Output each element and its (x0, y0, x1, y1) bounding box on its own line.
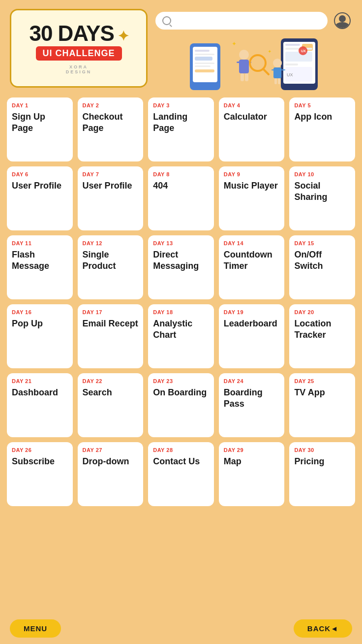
search-bar[interactable] (155, 12, 328, 30)
svg-rect-34 (278, 78, 280, 84)
day-title: On/Off Switch (294, 249, 351, 271)
day-card-day-19[interactable]: DAY 19Leaderboard (219, 304, 285, 368)
day-label: DAY 25 (294, 378, 314, 384)
day-title: Contact Us (153, 456, 200, 467)
svg-rect-30 (273, 67, 281, 78)
grid-row-1: DAY 1Sign Up PageDAY 2Checkout PageDAY 3… (7, 97, 355, 161)
day-label: DAY 8 (153, 171, 170, 177)
day-label: DAY 14 (224, 240, 243, 246)
day-card-day-21[interactable]: DAY 21Dashboard (7, 373, 73, 437)
day-card-day-29[interactable]: DAY 29Map (219, 442, 285, 506)
day-card-day-9[interactable]: DAY 9Music Player (219, 166, 285, 230)
day-title: 404 (153, 180, 168, 192)
back-button[interactable]: BACK◄ (294, 619, 352, 638)
day-label: DAY 23 (153, 378, 173, 384)
day-label: DAY 4 (224, 102, 241, 108)
day-card-day-28[interactable]: DAY 28Contact Us (148, 442, 214, 506)
day-card-day-26[interactable]: DAY 26Subscribe (7, 442, 73, 506)
grid-row-5: DAY 21DashboardDAY 22SearchDAY 23On Boar… (7, 373, 355, 437)
day-label: DAY 7 (83, 171, 99, 177)
day-label: DAY 15 (294, 240, 314, 246)
grid-row-6: DAY 26SubscribeDAY 27Drop-downDAY 28Cont… (7, 442, 355, 506)
day-card-day-30[interactable]: DAY 30Pricing (289, 442, 355, 506)
svg-text:UX: UX (301, 49, 306, 53)
day-label: DAY 22 (83, 378, 102, 384)
day-label: DAY 13 (153, 240, 173, 246)
day-label: DAY 11 (12, 240, 31, 246)
day-card-day-5[interactable]: DAY 5App Icon (289, 97, 355, 161)
svg-rect-13 (245, 73, 248, 81)
day-card-day-24[interactable]: DAY 24Boarding Pass (219, 373, 285, 437)
day-card-day-4[interactable]: DAY 4Calculator (219, 97, 285, 161)
day-card-day-6[interactable]: DAY 6User Profile (7, 166, 73, 230)
day-label: DAY 19 (224, 309, 243, 315)
svg-rect-12 (241, 73, 244, 81)
svg-rect-2 (195, 50, 210, 52)
day-card-day-3[interactable]: DAY 3Landing Page (148, 97, 214, 161)
grid-row-4: DAY 16Pop UpDAY 17Email ReceptDAY 18Anal… (7, 304, 355, 368)
svg-rect-6 (195, 65, 211, 67)
day-label: DAY 20 (294, 309, 314, 315)
svg-rect-31 (272, 69, 275, 70)
day-card-day-18[interactable]: DAY 18Analystic Chart (148, 304, 214, 368)
main-title: 30 DAYS ✦ (29, 23, 128, 44)
day-card-day-16[interactable]: DAY 16Pop Up (7, 304, 73, 368)
user-icon (334, 12, 351, 29)
svg-rect-5 (195, 63, 214, 64)
svg-text:✦: ✦ (232, 40, 237, 47)
svg-rect-4 (195, 57, 212, 61)
bottom-nav: MENU BACK◄ (0, 612, 362, 644)
day-card-day-2[interactable]: DAY 2Checkout Page (78, 97, 144, 161)
day-title: Calculator (224, 111, 267, 123)
menu-button[interactable]: MENU (10, 619, 61, 638)
day-label: DAY 1 (12, 102, 29, 108)
day-card-day-20[interactable]: DAY 20Location Tracker (289, 304, 355, 368)
day-title: Countdown Timer (224, 249, 281, 271)
day-card-day-23[interactable]: DAY 23On Boarding (148, 373, 214, 437)
day-title: Search (83, 387, 112, 398)
day-label: DAY 24 (224, 378, 243, 384)
day-label: DAY 29 (224, 447, 243, 453)
day-title: Location Tracker (294, 318, 351, 340)
day-title: Pop Up (12, 318, 43, 329)
user-avatar[interactable] (332, 11, 352, 31)
day-card-day-10[interactable]: DAY 10Social Sharing (289, 166, 355, 230)
day-title: Direct Messaging (153, 249, 210, 271)
day-title: On Boarding (153, 387, 207, 398)
day-card-day-15[interactable]: DAY 15On/Off Switch (289, 235, 355, 299)
day-label: DAY 6 (12, 171, 29, 177)
day-card-day-14[interactable]: DAY 14Countdown Timer (219, 235, 285, 299)
svg-rect-10 (237, 62, 241, 63)
day-title: Pricing (294, 456, 324, 467)
day-card-day-25[interactable]: DAY 25TV App (289, 373, 355, 437)
day-card-day-7[interactable]: DAY 7User Profile (78, 166, 144, 230)
day-card-day-1[interactable]: DAY 1Sign Up Page (7, 97, 73, 161)
day-title: Checkout Page (83, 111, 140, 133)
brand: XORA DESIGN (66, 64, 92, 74)
search-icon (162, 16, 171, 25)
day-label: DAY 26 (12, 447, 31, 453)
day-title: Boarding Pass (224, 387, 281, 409)
day-label: DAY 21 (12, 378, 31, 384)
day-card-day-11[interactable]: DAY 11Flash Message (7, 235, 73, 299)
day-title: Flash Message (12, 249, 69, 271)
day-card-day-13[interactable]: DAY 13Direct Messaging (148, 235, 214, 299)
svg-rect-20 (285, 44, 300, 46)
day-card-day-8[interactable]: DAY 8404 (148, 166, 214, 230)
day-card-day-22[interactable]: DAY 22Search (78, 373, 144, 437)
day-label: DAY 2 (83, 102, 99, 108)
day-title: Social Sharing (294, 180, 351, 202)
svg-rect-24 (285, 64, 298, 65)
day-title: Leaderboard (224, 318, 277, 329)
day-title: TV App (294, 387, 325, 398)
svg-rect-33 (274, 78, 277, 84)
svg-line-15 (263, 69, 269, 74)
day-title: Dashboard (12, 387, 58, 398)
day-card-day-27[interactable]: DAY 27Drop-down (78, 442, 144, 506)
challenge-grid: DAY 1Sign Up PageDAY 2Checkout PageDAY 3… (0, 94, 362, 550)
day-label: DAY 3 (153, 102, 170, 108)
day-title: Analystic Chart (153, 318, 210, 340)
day-card-day-12[interactable]: DAY 12Single Product (78, 235, 144, 299)
day-card-day-17[interactable]: DAY 17Email Recept (78, 304, 144, 368)
day-label: DAY 9 (224, 171, 241, 177)
